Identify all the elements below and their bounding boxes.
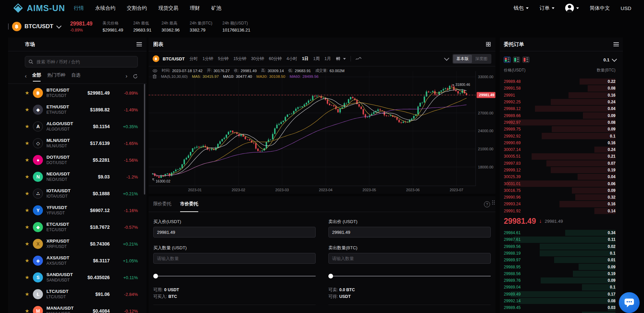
- star-icon[interactable]: ★: [25, 123, 29, 129]
- book-row[interactable]: 29984.610.34: [500, 229, 623, 236]
- book-row[interactable]: 30016.750.09: [500, 187, 623, 194]
- book-row[interactable]: 29999.120.19: [500, 167, 623, 173]
- book-row[interactable]: 29990.690.16: [500, 140, 623, 146]
- book-mode-bids[interactable]: [513, 57, 520, 63]
- sell-amount-input[interactable]: [328, 253, 491, 264]
- star-icon[interactable]: ★: [25, 90, 29, 96]
- book-row[interactable]: 29989.560.02: [500, 243, 623, 250]
- market-tab[interactable]: 自选: [71, 72, 80, 80]
- book-row[interactable]: 29989.660.09: [500, 112, 623, 119]
- star-icon[interactable]: ★: [25, 140, 29, 146]
- star-icon[interactable]: ★: [25, 241, 29, 247]
- nav-item[interactable]: 矿池: [211, 5, 221, 11]
- star-icon[interactable]: ★: [25, 291, 29, 297]
- book-row[interactable]: 29989.970.01: [500, 257, 623, 263]
- book-row[interactable]: 29992.140.08: [500, 298, 623, 304]
- book-row[interactable]: 29988.560.19: [500, 270, 623, 277]
- book-row[interactable]: 29989.480.22: [500, 78, 623, 85]
- book-row[interactable]: 29989.450.03: [500, 304, 623, 311]
- book-row[interactable]: 29989.040.1: [500, 284, 623, 291]
- star-icon[interactable]: ★: [25, 157, 29, 163]
- coin-row[interactable]: ★SSAND/USDTSAND/USDT$0.435026+0.11%: [8, 269, 147, 286]
- candlestick-chart[interactable]: 2023-012023-022023-032023-042023-052023-…: [149, 38, 495, 194]
- order-type-tab[interactable]: 市价委托: [180, 196, 198, 212]
- book-row[interactable]: 29989.760.09: [500, 277, 623, 284]
- book-mode-asks[interactable]: [523, 57, 529, 63]
- book-row[interactable]: 29988.190.1: [500, 250, 623, 257]
- coin-row[interactable]: ★XXRP/USDTXRP/USDT$0.74306+0.21%: [8, 236, 147, 252]
- book-mode-both[interactable]: [504, 57, 511, 63]
- buy-price-input[interactable]: [153, 227, 316, 238]
- slider-knob[interactable]: [328, 274, 333, 278]
- sell-amount-slider[interactable]: [328, 274, 491, 278]
- book-row[interactable]: 29997.830.07: [500, 160, 623, 167]
- star-icon[interactable]: ★: [25, 224, 29, 230]
- book-row[interactable]: 29993.240.16: [500, 201, 623, 207]
- sell-price-input[interactable]: [328, 227, 491, 238]
- precision-selector[interactable]: 0.1: [603, 57, 615, 62]
- star-icon[interactable]: ★: [25, 258, 29, 264]
- help-icon[interactable]: ?: [484, 201, 490, 207]
- book-row[interactable]: 29992.920.1: [500, 133, 623, 139]
- star-icon[interactable]: ★: [25, 174, 29, 180]
- refresh-icon[interactable]: [133, 74, 138, 79]
- drag-handle[interactable]: [492, 200, 495, 205]
- scrollbar[interactable]: [144, 84, 145, 195]
- coin-row[interactable]: ★◆AXS/USDTAXS/USDT$6.3117+1.05%: [8, 252, 147, 269]
- book-row[interactable]: 29988.120.04: [500, 105, 623, 112]
- coin-row[interactable]: ★MMANA/USDTMANA/USDT$0.4084-0.12%: [8, 303, 147, 313]
- book-row[interactable]: 29992.250.24: [500, 99, 623, 105]
- book-row[interactable]: 299910.16: [500, 92, 623, 99]
- market-tab[interactable]: 热门币种: [47, 72, 65, 80]
- book-row[interactable]: 29989.490.17: [500, 291, 623, 298]
- book-row[interactable]: 29987.610.11: [500, 236, 623, 243]
- nav-item[interactable]: 交割合约: [127, 5, 147, 11]
- trash-icon[interactable]: [153, 74, 157, 79]
- coin-row[interactable]: ★AALGO/USDTALGO/USDT$0.1154+0.35%: [8, 118, 147, 135]
- coin-row[interactable]: ★NNEO/USDTNEO/USDT$9.03-1.2%: [8, 168, 147, 185]
- star-icon[interactable]: ★: [25, 308, 29, 313]
- order-type-tab[interactable]: 限价委托: [153, 196, 171, 212]
- account-menu[interactable]: [565, 4, 579, 12]
- book-row[interactable]: 29989.390.06: [500, 311, 623, 313]
- nav-item[interactable]: 永续合约: [95, 5, 115, 11]
- book-row[interactable]: 30025.390.04: [500, 173, 623, 180]
- coin-row[interactable]: ★◆ETH/USDTETH/USDT$1898.82-1.49%: [8, 101, 147, 118]
- book-row[interactable]: 30031.010.06: [500, 180, 623, 187]
- coin-row[interactable]: ★YYFI/USDTYFI/USDT$6907.12-1.16%: [8, 202, 147, 219]
- book-row[interactable]: 29989.750.09: [500, 126, 623, 133]
- orders-menu[interactable]: 订单: [539, 5, 554, 11]
- currency-selector[interactable]: USD: [621, 5, 631, 11]
- coin-row[interactable]: ★∴IOTA/USDTIOTA/USDT$0.1888+0.21%: [8, 185, 147, 202]
- nav-item[interactable]: 行情: [74, 5, 84, 11]
- book-row[interactable]: 29991.920.14: [500, 208, 623, 214]
- coin-row[interactable]: ★◆ETC/USDTETC/USDT$18.7672-0.57%: [8, 219, 147, 236]
- eye-icon[interactable]: [153, 69, 157, 72]
- wallet-menu[interactable]: 钱包: [514, 5, 529, 11]
- nav-item[interactable]: 理财: [190, 5, 200, 11]
- buy-amount-slider[interactable]: [153, 274, 316, 278]
- book-row[interactable]: 30007.140.24: [500, 146, 623, 153]
- star-icon[interactable]: ★: [25, 207, 29, 213]
- market-tab[interactable]: 全部: [32, 72, 41, 80]
- book-row[interactable]: 29991.580.08: [500, 85, 623, 92]
- scroll-left-icon[interactable]: ‹: [25, 73, 27, 80]
- menu-icon[interactable]: [137, 44, 142, 45]
- coin-row[interactable]: ★●DOT/USDTDOT/USDT$5.2281-1.56%: [8, 152, 147, 168]
- coin-row[interactable]: ★ŁLTC/USDTLTC/USDT$91.06-2.84%: [8, 286, 147, 303]
- chat-button[interactable]: [619, 292, 640, 313]
- book-row[interactable]: 29992.970.08: [500, 119, 623, 126]
- star-icon[interactable]: ★: [25, 274, 29, 280]
- buy-amount-input[interactable]: [153, 253, 316, 264]
- book-row[interactable]: 30005.510.21: [500, 153, 623, 160]
- scroll-right-icon[interactable]: ›: [125, 73, 127, 80]
- brand[interactable]: AIMS-UN: [13, 3, 65, 13]
- coin-row[interactable]: ★฿BTC/USDTBTC/USDT$29981.49-0.89%: [8, 85, 147, 101]
- pair-selector[interactable]: ฿ BTC/USDT: [12, 22, 60, 31]
- menu-icon[interactable]: [613, 44, 619, 45]
- star-icon[interactable]: ★: [25, 191, 29, 197]
- star-icon[interactable]: ★: [25, 107, 29, 113]
- nav-item[interactable]: 现货交易: [158, 5, 178, 11]
- language-selector[interactable]: 简体中文: [590, 5, 610, 11]
- coin-row[interactable]: ★◇MLN/USDTMLN/USDT$17.6139-1.65%: [8, 135, 147, 152]
